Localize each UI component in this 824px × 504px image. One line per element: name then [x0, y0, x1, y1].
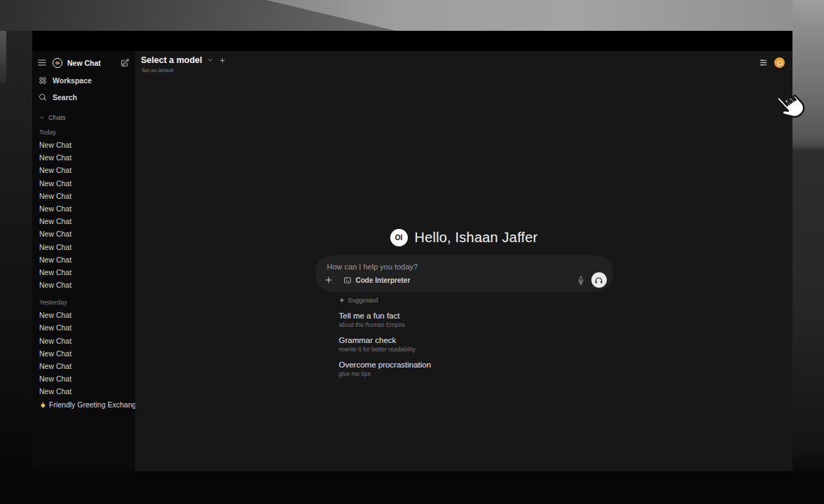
- chats-section-toggle[interactable]: Chats: [38, 113, 130, 121]
- user-avatar[interactable]: [774, 57, 785, 68]
- add-model-icon[interactable]: [219, 57, 226, 64]
- model-selector[interactable]: Select a model: [141, 55, 226, 65]
- model-selector-label: Select a model: [141, 55, 202, 65]
- settings-sliders-icon[interactable]: [759, 58, 768, 67]
- suggested-prompt[interactable]: Tell me a fun fact about the Roman Empir…: [339, 312, 613, 328]
- chat-list-yesterday: New ChatNew ChatNew ChatNew ChatNew Chat…: [38, 309, 130, 398]
- greeting: OI Hello, Ishaan Jaffer: [390, 229, 538, 246]
- chat-list-item[interactable]: New Chat: [38, 151, 130, 164]
- sidebar-item-label: Search: [53, 93, 77, 102]
- sidebar-item-label: Workspace: [53, 76, 92, 85]
- wallpaper-left: [0, 31, 32, 471]
- app-logo-large: OI: [390, 229, 408, 246]
- new-chat-pencil-icon[interactable]: [121, 58, 130, 67]
- sidebar-item-workspace[interactable]: Workspace: [38, 74, 130, 87]
- chat-group-label-today: Today: [39, 129, 130, 136]
- workspace-grid-icon: [39, 76, 47, 85]
- voice-call-button[interactable]: [591, 272, 607, 288]
- chat-list-item[interactable]: New Chat: [38, 385, 130, 398]
- chat-list-item[interactable]: New Chat: [38, 253, 130, 266]
- chat-list-item[interactable]: New Chat: [38, 347, 130, 360]
- suggested-prompt-subtitle: rewrite it for better readability: [339, 346, 613, 353]
- suggested-prompt-subtitle: about the Roman Empire: [339, 321, 613, 328]
- wallpaper-right: [792, 0, 824, 504]
- headphones-icon: [594, 276, 603, 285]
- code-interpreter-label: Code Interpreter: [356, 276, 411, 284]
- chat-list-item[interactable]: New Chat: [38, 190, 130, 202]
- suggested-prompt-title: Overcome procrastination: [339, 360, 613, 369]
- search-icon: [39, 93, 47, 102]
- chat-list-item[interactable]: New Chat: [38, 139, 130, 151]
- code-interpreter-toggle[interactable]: Code Interpreter: [343, 276, 411, 284]
- microphone-icon[interactable]: [577, 276, 585, 285]
- app-window: OI New Chat Workspace Search: [32, 31, 792, 471]
- chat-list-item[interactable]: New Chat: [38, 360, 130, 372]
- main-panel: Select a model Set as default: [135, 51, 792, 471]
- suggested-prompt-title: Grammar check: [339, 336, 613, 344]
- chat-list-item[interactable]: New Chat: [38, 164, 130, 176]
- chat-list-item[interactable]: New Chat: [38, 372, 130, 385]
- chat-item-label: Friendly Greeting Exchange: [49, 400, 135, 409]
- app-logo: OI: [53, 58, 62, 68]
- sidebar: OI New Chat Workspace Search: [32, 51, 135, 471]
- chat-list-item[interactable]: New Chat: [38, 266, 130, 279]
- chat-list-today: New ChatNew ChatNew ChatNew ChatNew Chat…: [38, 139, 130, 291]
- chat-list-item[interactable]: New Chat: [38, 215, 130, 227]
- window-titlebar: [32, 31, 792, 51]
- suggested-label: Suggested: [348, 297, 378, 304]
- greeting-text: Hello, Ishaan Jaffer: [415, 230, 538, 246]
- chevron-down-icon: [39, 115, 45, 120]
- chat-list-item[interactable]: New Chat: [38, 177, 130, 190]
- code-interpreter-icon: [343, 276, 352, 284]
- chat-input-box[interactable]: How can I help you today? Code Interpret…: [315, 255, 613, 292]
- chat-list-item-friendly-greeting[interactable]: Friendly Greeting Exchange: [38, 398, 130, 412]
- wave-emoji: [39, 401, 46, 408]
- chat-list-item[interactable]: New Chat: [38, 279, 130, 291]
- suggestion-list: Tell me a fun fact about the Roman Empir…: [339, 312, 613, 377]
- chat-list-item[interactable]: New Chat: [38, 335, 130, 347]
- suggested-prompts: Suggested Tell me a fun fact about the R…: [315, 297, 613, 377]
- suggested-prompt[interactable]: Grammar check rewrite it for better read…: [339, 336, 613, 353]
- sidebar-item-search[interactable]: Search: [38, 90, 130, 104]
- chat-list-item[interactable]: New Chat: [38, 227, 130, 240]
- chats-section-label: Chats: [48, 113, 66, 121]
- chat-list-item[interactable]: New Chat: [38, 202, 130, 215]
- chevron-down-icon: [207, 57, 213, 63]
- chat-group-label-yesterday: Yesterday: [39, 299, 130, 306]
- app-title: New Chat: [67, 59, 101, 67]
- wallpaper-left-sliver: [0, 31, 6, 83]
- suggested-prompt-title: Tell me a fun fact: [339, 312, 613, 320]
- suggested-prompt[interactable]: Overcome procrastination give me tips: [339, 360, 613, 377]
- sidebar-toggle-icon[interactable]: [38, 59, 46, 66]
- chat-list-item[interactable]: New Chat: [38, 309, 130, 321]
- set-as-default-link[interactable]: Set as default: [142, 67, 226, 74]
- plus-icon[interactable]: [324, 276, 333, 284]
- wallpaper-bottom: [0, 471, 824, 504]
- chat-list-item[interactable]: New Chat: [38, 321, 130, 334]
- message-input[interactable]: How can I help you today?: [327, 262, 418, 271]
- suggested-prompt-subtitle: give me tips: [339, 370, 613, 377]
- chat-list-item[interactable]: New Chat: [38, 241, 130, 253]
- sparkle-icon: [339, 298, 345, 303]
